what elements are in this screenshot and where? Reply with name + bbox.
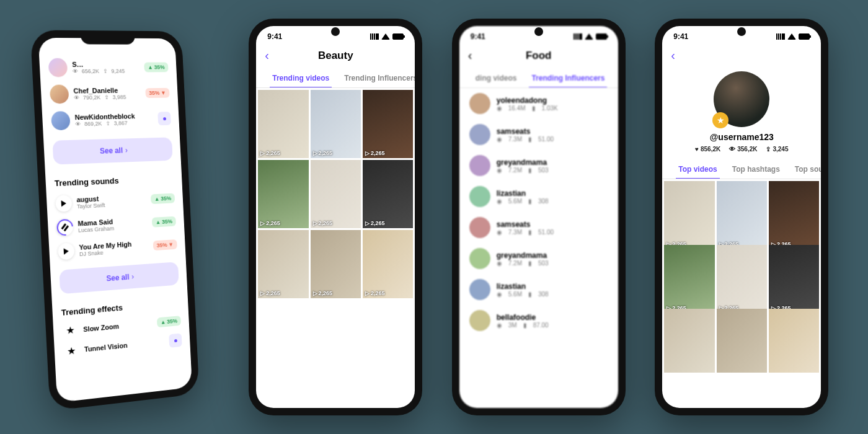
- person-icon: ◉: [497, 291, 502, 298]
- see-all-button[interactable]: See all: [52, 137, 172, 164]
- profile-avatar[interactable]: ★: [714, 71, 769, 127]
- effect-title: Slow Zoom: [83, 319, 153, 333]
- followers: 5.6M: [508, 198, 522, 205]
- influencer-name: lizastian: [497, 282, 549, 291]
- videos: 503: [538, 260, 549, 267]
- video-cell[interactable]: ▷ 2,265: [258, 90, 308, 158]
- avatar: [48, 58, 68, 78]
- play-count: ▷ 2,265: [313, 150, 333, 156]
- back-button[interactable]: ‹: [265, 48, 269, 63]
- back-button[interactable]: ‹: [468, 48, 472, 63]
- wifi-icon: [585, 33, 593, 40]
- influencer-row[interactable]: greyandmama◉7.2M▮503: [459, 243, 618, 274]
- verified-star-icon: ★: [712, 112, 728, 128]
- avatar: [469, 248, 490, 269]
- play-icon[interactable]: [58, 242, 74, 260]
- influencer-list[interactable]: yoleendadong◉16.4M▮1.03Ksamseats◉7.3M▮51…: [459, 88, 618, 336]
- influencer-row[interactable]: lizastian◉5.6M▮308: [459, 274, 618, 305]
- person-icon: ◉: [497, 322, 502, 329]
- video-cell[interactable]: ▷ 2,265: [769, 245, 819, 313]
- video-cell[interactable]: ▷ 2,265: [311, 90, 361, 158]
- person-icon: ◉: [497, 136, 502, 143]
- trend-pct: 35%: [154, 64, 164, 70]
- tab-trending-influencers[interactable]: Trending Influencers: [337, 68, 415, 87]
- status-time: 9:41: [471, 32, 485, 41]
- video-cell[interactable]: ▷ 2,265: [363, 90, 413, 158]
- wifi-icon: [381, 33, 390, 40]
- tab-trending-sounds[interactable]: Trending so: [612, 68, 618, 87]
- trend-pct: 35%: [156, 242, 167, 249]
- tabs: ding videos Trending Influencers Trendin…: [459, 68, 618, 88]
- influencer-row[interactable]: S… 👁656,2K⇪9,245 ▲35%: [39, 55, 177, 81]
- video-icon: ▮: [528, 229, 532, 236]
- signal-icon: [370, 33, 379, 40]
- tab-trending-videos[interactable]: ding videos: [468, 68, 525, 87]
- video-cell[interactable]: ▷ 2,265: [258, 230, 308, 298]
- video-cell[interactable]: ▷ 2,265: [363, 230, 413, 298]
- avatar: [469, 124, 490, 145]
- video-cell[interactable]: ▷ 2,265: [717, 245, 767, 313]
- battery-icon: [799, 33, 810, 40]
- influencer-row[interactable]: bellafoodie◉3M▮87.00: [459, 305, 618, 336]
- play-count: ▷ 2,265: [260, 220, 280, 226]
- influencer-row[interactable]: yoleendadong◉16.4M▮1.03K: [459, 88, 618, 119]
- notch: [80, 30, 135, 45]
- video-cell[interactable]: ▷ 2,265: [363, 160, 413, 228]
- eye-icon: 👁: [72, 68, 78, 74]
- trend-badge: ▲35%: [144, 62, 168, 72]
- video-cell[interactable]: ▷ 2,265: [664, 245, 714, 313]
- screen: S… 👁656,2K⇪9,245 ▲35% Chef_Danielle 👁790…: [38, 38, 192, 403]
- stat-shares: 3,245: [773, 146, 788, 153]
- see-all-label: See all: [99, 146, 123, 156]
- video-cell[interactable]: ▷ 2,265: [717, 181, 767, 249]
- influencer-row[interactable]: lizastian◉5.6M▮308: [459, 181, 618, 212]
- followers: 16.4M: [508, 105, 526, 112]
- video-cell[interactable]: ▷ 2,265: [664, 181, 714, 249]
- video-cell[interactable]: ▷ 2,265: [311, 160, 361, 228]
- tab-top-hashtags[interactable]: Top hashtags: [725, 159, 787, 179]
- play-count: ▷ 2,265: [313, 220, 333, 226]
- see-all-button[interactable]: See all: [59, 262, 179, 294]
- trend-badge: ▲35%: [157, 316, 181, 327]
- videos: 87.00: [533, 322, 549, 329]
- play-icon: ▷: [260, 150, 265, 156]
- eye-icon: 👁: [74, 95, 79, 101]
- pause-icon[interactable]: [53, 216, 76, 239]
- video-icon: ▮: [528, 291, 532, 298]
- play-icon[interactable]: [55, 195, 72, 212]
- video-grid[interactable]: ▷ 2,265▷ 2,265▷ 2,265▷ 2,265▷ 2,265▷ 2,2…: [256, 88, 415, 300]
- video-cell[interactable]: [769, 309, 819, 373]
- tab-top-videos[interactable]: Top videos: [671, 159, 724, 179]
- play-count: ▷ 2,265: [313, 290, 333, 296]
- video-cell[interactable]: ▷ 2,265: [258, 160, 308, 228]
- influencer-row[interactable]: Chef_Danielle 👁790,2K⇪3,985 35%▼: [40, 80, 178, 108]
- tab-trending-influencers[interactable]: Trending Influencers: [524, 68, 612, 87]
- video-icon: ▮: [528, 260, 532, 267]
- video-icon: ▮: [528, 198, 532, 205]
- video-cell[interactable]: ▷ 2,265: [769, 181, 819, 249]
- video-cell[interactable]: [664, 309, 714, 373]
- tab-top-sounds[interactable]: Top sounds: [787, 159, 821, 179]
- influencer-row[interactable]: samseats◉7.3M▮51.00: [459, 212, 618, 243]
- followers: 5.6M: [508, 291, 522, 298]
- video-cell[interactable]: ▷ 2,265: [311, 230, 361, 298]
- video-grid[interactable]: ▷ 2,265▷ 2,265▷ 2,265▷ 2,265▷ 2,265▷ 2,2…: [662, 179, 821, 373]
- video-cell[interactable]: [717, 309, 767, 373]
- chevron-right-icon: [125, 146, 128, 154]
- header: ‹ Beauty: [256, 43, 415, 68]
- trend-badge: [157, 112, 171, 125]
- influencer-name: lizastian: [497, 189, 549, 198]
- trend-badge: ▲35%: [152, 216, 176, 228]
- tab-trending-videos[interactable]: Trending videos: [265, 68, 337, 87]
- profile-header: ★ @username123 ♥856,2K 👁356,2K ⇪3,245: [662, 68, 821, 159]
- status-time: 9:41: [267, 32, 282, 41]
- influencer-row[interactable]: samseats◉7.3M▮51.00: [459, 119, 618, 150]
- trend-pct: 35%: [167, 317, 177, 324]
- tabs: Top videos Top hashtags Top sounds: [662, 159, 821, 179]
- influencer-row[interactable]: NewKidontheblock 👁869,2K⇪3,867: [42, 105, 179, 135]
- influencer-row[interactable]: greyandmama◉7.2M▮503: [459, 150, 618, 181]
- avatar: [469, 186, 490, 207]
- back-button[interactable]: ‹: [671, 48, 675, 63]
- influencer-name: S…: [72, 61, 140, 68]
- signal-icon: [574, 33, 582, 40]
